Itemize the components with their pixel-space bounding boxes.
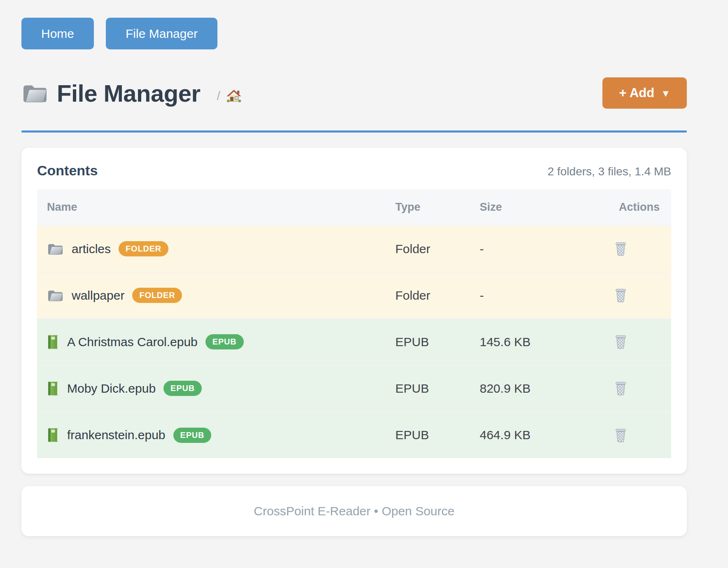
folder-icon bbox=[47, 242, 64, 256]
delete-button[interactable] bbox=[613, 426, 629, 444]
file-name[interactable]: frankenstein.epub bbox=[67, 428, 166, 442]
book-icon bbox=[47, 335, 59, 349]
delete-button[interactable] bbox=[613, 286, 629, 304]
footer-text: CrossPoint E-Reader • Open Source bbox=[254, 504, 454, 518]
table-row: wallpaper FOLDER Folder - bbox=[37, 272, 671, 319]
delete-button[interactable] bbox=[613, 379, 629, 397]
type-badge: FOLDER bbox=[132, 288, 182, 303]
caret-down-icon: ▼ bbox=[661, 88, 670, 98]
contents-card-header: Contents 2 folders, 3 files, 1.4 MB bbox=[37, 163, 671, 179]
size-cell: - bbox=[480, 272, 570, 319]
type-cell: EPUB bbox=[395, 319, 480, 365]
type-cell: EPUB bbox=[395, 365, 480, 412]
title-wrap: File Manager / bbox=[21, 79, 242, 107]
add-button-label: + Add bbox=[619, 86, 654, 100]
size-cell: 464.9 KB bbox=[480, 412, 570, 458]
size-cell: 820.9 KB bbox=[480, 365, 570, 412]
trash-icon bbox=[614, 251, 627, 257]
book-icon bbox=[47, 428, 59, 442]
breadcrumb: / bbox=[217, 83, 242, 103]
trash-icon bbox=[614, 298, 627, 304]
add-button[interactable]: + Add ▼ bbox=[602, 77, 687, 109]
breadcrumb-separator: / bbox=[217, 89, 220, 103]
type-badge: FOLDER bbox=[119, 241, 168, 256]
table-row: Moby Dick.epub EPUB EPUB 820.9 KB bbox=[37, 365, 671, 412]
type-badge: EPUB bbox=[173, 428, 212, 443]
type-cell: Folder bbox=[395, 226, 480, 272]
type-cell: EPUB bbox=[395, 412, 480, 458]
size-cell: - bbox=[480, 226, 570, 272]
footer: CrossPoint E-Reader • Open Source bbox=[21, 486, 687, 536]
contents-table: Name Type Size Actions articles FOLDER bbox=[37, 189, 671, 458]
page-header: File Manager / bbox=[21, 77, 687, 109]
table-row: frankenstein.epub EPUB EPUB 464.9 KB bbox=[37, 412, 671, 458]
column-header-size: Size bbox=[480, 189, 570, 226]
contents-card: Contents 2 folders, 3 files, 1.4 MB Name… bbox=[21, 148, 687, 474]
file-name[interactable]: articles bbox=[72, 242, 111, 256]
page-title: File Manager bbox=[57, 79, 201, 107]
trash-icon bbox=[614, 344, 627, 350]
table-row: A Christmas Carol.epub EPUB EPUB 145.6 K… bbox=[37, 319, 671, 365]
nav-home-button[interactable]: Home bbox=[21, 18, 94, 49]
table-header-row: Name Type Size Actions bbox=[37, 189, 671, 226]
type-badge: EPUB bbox=[163, 381, 202, 396]
column-header-type: Type bbox=[395, 189, 480, 226]
house-icon bbox=[226, 98, 242, 104]
column-header-name: Name bbox=[37, 189, 395, 226]
folder-icon bbox=[21, 81, 49, 105]
home-breadcrumb-button[interactable] bbox=[226, 89, 242, 103]
size-cell: 145.6 KB bbox=[480, 319, 570, 365]
header-divider bbox=[21, 130, 687, 133]
trash-icon bbox=[614, 391, 627, 397]
file-name[interactable]: Moby Dick.epub bbox=[67, 382, 156, 396]
file-name[interactable]: wallpaper bbox=[72, 289, 124, 303]
type-badge: EPUB bbox=[205, 334, 244, 349]
type-cell: Folder bbox=[395, 272, 480, 319]
file-name[interactable]: A Christmas Carol.epub bbox=[67, 335, 198, 349]
contents-title: Contents bbox=[37, 163, 98, 179]
delete-button[interactable] bbox=[613, 240, 629, 258]
trash-icon bbox=[614, 438, 627, 444]
nav-file-manager-button[interactable]: File Manager bbox=[106, 18, 217, 49]
table-row: articles FOLDER Folder - bbox=[37, 226, 671, 272]
folder-icon bbox=[47, 288, 64, 303]
delete-button[interactable] bbox=[613, 333, 629, 351]
contents-table-body: articles FOLDER Folder - bbox=[37, 226, 671, 458]
column-header-actions: Actions bbox=[570, 189, 671, 226]
page: Home File Manager File Manager / bbox=[21, 0, 687, 536]
contents-summary: 2 folders, 3 files, 1.4 MB bbox=[548, 165, 671, 178]
top-nav: Home File Manager bbox=[21, 18, 687, 49]
book-icon bbox=[47, 381, 59, 396]
